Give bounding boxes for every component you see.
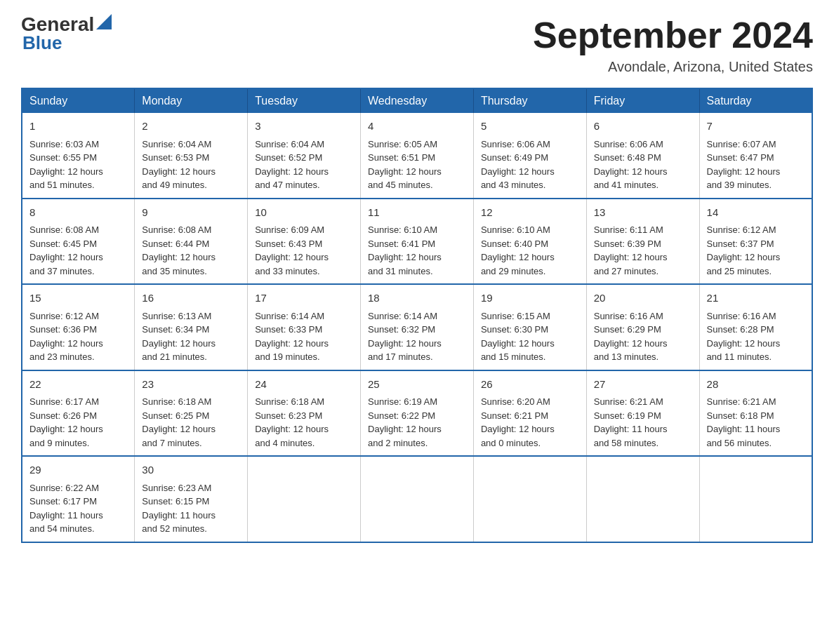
calendar-cell bbox=[361, 456, 474, 542]
day-number: 6 bbox=[594, 119, 692, 135]
day-number: 27 bbox=[594, 377, 692, 393]
day-number: 10 bbox=[255, 205, 353, 221]
calendar-week-row: 15 Sunrise: 6:12 AM Sunset: 6:36 PM Dayl… bbox=[22, 284, 812, 370]
calendar-cell: 11 Sunrise: 6:10 AM Sunset: 6:41 PM Dayl… bbox=[361, 199, 474, 285]
day-header-monday: Monday bbox=[135, 88, 248, 113]
day-header-tuesday: Tuesday bbox=[248, 88, 361, 113]
day-number: 4 bbox=[368, 119, 466, 135]
location: Avondale, Arizona, United States bbox=[533, 59, 813, 75]
day-number: 7 bbox=[707, 119, 805, 135]
calendar-cell: 26 Sunrise: 6:20 AM Sunset: 6:21 PM Dayl… bbox=[473, 370, 586, 457]
month-title: September 2024 bbox=[533, 14, 813, 56]
calendar-cell bbox=[248, 456, 361, 542]
day-number: 30 bbox=[142, 462, 240, 478]
day-number: 3 bbox=[255, 119, 353, 135]
calendar-cell: 4 Sunrise: 6:05 AM Sunset: 6:51 PM Dayli… bbox=[361, 113, 474, 199]
calendar-cell bbox=[699, 456, 812, 542]
day-number: 29 bbox=[29, 462, 127, 478]
day-number: 26 bbox=[481, 377, 579, 393]
calendar-cell: 24 Sunrise: 6:18 AM Sunset: 6:23 PM Dayl… bbox=[248, 370, 361, 457]
calendar-cell: 30 Sunrise: 6:23 AM Sunset: 6:15 PM Dayl… bbox=[135, 456, 248, 542]
calendar-cell: 1 Sunrise: 6:03 AM Sunset: 6:55 PM Dayli… bbox=[22, 113, 135, 199]
day-number: 9 bbox=[142, 205, 240, 221]
day-number: 28 bbox=[707, 377, 805, 393]
day-number: 25 bbox=[368, 377, 466, 393]
calendar-cell: 14 Sunrise: 6:12 AM Sunset: 6:37 PM Dayl… bbox=[699, 199, 812, 285]
calendar-cell: 25 Sunrise: 6:19 AM Sunset: 6:22 PM Dayl… bbox=[361, 370, 474, 457]
calendar-cell: 12 Sunrise: 6:10 AM Sunset: 6:40 PM Dayl… bbox=[473, 199, 586, 285]
calendar-cell: 3 Sunrise: 6:04 AM Sunset: 6:52 PM Dayli… bbox=[248, 113, 361, 199]
calendar-week-row: 8 Sunrise: 6:08 AM Sunset: 6:45 PM Dayli… bbox=[22, 199, 812, 285]
day-number: 11 bbox=[368, 205, 466, 221]
day-number: 2 bbox=[142, 119, 240, 135]
day-number: 22 bbox=[29, 377, 127, 393]
day-number: 8 bbox=[29, 205, 127, 221]
day-number: 19 bbox=[481, 290, 579, 307]
calendar-cell: 21 Sunrise: 6:16 AM Sunset: 6:28 PM Dayl… bbox=[699, 284, 812, 370]
calendar-cell: 15 Sunrise: 6:12 AM Sunset: 6:36 PM Dayl… bbox=[22, 284, 135, 370]
logo: General Blue bbox=[21, 14, 112, 53]
calendar-cell: 17 Sunrise: 6:14 AM Sunset: 6:33 PM Dayl… bbox=[248, 284, 361, 370]
calendar-cell: 29 Sunrise: 6:22 AM Sunset: 6:17 PM Dayl… bbox=[22, 456, 135, 542]
day-number: 13 bbox=[594, 205, 692, 221]
calendar-table: SundayMondayTuesdayWednesdayThursdayFrid… bbox=[21, 88, 813, 543]
day-number: 21 bbox=[707, 290, 805, 307]
day-number: 17 bbox=[255, 290, 353, 307]
day-header-sunday: Sunday bbox=[22, 88, 135, 113]
day-number: 16 bbox=[142, 290, 240, 307]
day-number: 20 bbox=[594, 290, 692, 307]
day-number: 1 bbox=[29, 119, 127, 135]
day-header-thursday: Thursday bbox=[473, 88, 586, 113]
day-number: 23 bbox=[142, 377, 240, 393]
calendar-cell bbox=[586, 456, 699, 542]
day-header-friday: Friday bbox=[586, 88, 699, 113]
calendar-cell: 22 Sunrise: 6:17 AM Sunset: 6:26 PM Dayl… bbox=[22, 370, 135, 457]
calendar-cell: 19 Sunrise: 6:15 AM Sunset: 6:30 PM Dayl… bbox=[473, 284, 586, 370]
day-number: 5 bbox=[481, 119, 579, 135]
calendar-cell: 28 Sunrise: 6:21 AM Sunset: 6:18 PM Dayl… bbox=[699, 370, 812, 457]
calendar-cell: 23 Sunrise: 6:18 AM Sunset: 6:25 PM Dayl… bbox=[135, 370, 248, 457]
day-number: 12 bbox=[481, 205, 579, 221]
day-number: 14 bbox=[707, 205, 805, 221]
page-header: General Blue September 2024 Avondale, Ar… bbox=[21, 14, 813, 75]
calendar-cell: 10 Sunrise: 6:09 AM Sunset: 6:43 PM Dayl… bbox=[248, 199, 361, 285]
logo-text-blue: Blue bbox=[22, 33, 62, 53]
day-number: 18 bbox=[368, 290, 466, 307]
calendar-cell: 27 Sunrise: 6:21 AM Sunset: 6:19 PM Dayl… bbox=[586, 370, 699, 457]
calendar-week-row: 29 Sunrise: 6:22 AM Sunset: 6:17 PM Dayl… bbox=[22, 456, 812, 542]
calendar-cell: 5 Sunrise: 6:06 AM Sunset: 6:49 PM Dayli… bbox=[473, 113, 586, 199]
title-section: September 2024 Avondale, Arizona, United… bbox=[533, 14, 813, 75]
calendar-cell: 8 Sunrise: 6:08 AM Sunset: 6:45 PM Dayli… bbox=[22, 199, 135, 285]
calendar-cell: 20 Sunrise: 6:16 AM Sunset: 6:29 PM Dayl… bbox=[586, 284, 699, 370]
calendar-cell: 7 Sunrise: 6:07 AM Sunset: 6:47 PM Dayli… bbox=[699, 113, 812, 199]
svg-marker-0 bbox=[96, 14, 112, 29]
day-number: 15 bbox=[29, 290, 127, 307]
calendar-cell: 18 Sunrise: 6:14 AM Sunset: 6:32 PM Dayl… bbox=[361, 284, 474, 370]
logo-triangle-icon bbox=[96, 14, 112, 29]
day-header-wednesday: Wednesday bbox=[361, 88, 474, 113]
day-number: 24 bbox=[255, 377, 353, 393]
calendar-week-row: 22 Sunrise: 6:17 AM Sunset: 6:26 PM Dayl… bbox=[22, 370, 812, 457]
calendar-cell: 16 Sunrise: 6:13 AM Sunset: 6:34 PM Dayl… bbox=[135, 284, 248, 370]
calendar-cell: 9 Sunrise: 6:08 AM Sunset: 6:44 PM Dayli… bbox=[135, 199, 248, 285]
calendar-week-row: 1 Sunrise: 6:03 AM Sunset: 6:55 PM Dayli… bbox=[22, 113, 812, 199]
calendar-header-row: SundayMondayTuesdayWednesdayThursdayFrid… bbox=[22, 88, 812, 113]
calendar-cell: 13 Sunrise: 6:11 AM Sunset: 6:39 PM Dayl… bbox=[586, 199, 699, 285]
day-header-saturday: Saturday bbox=[699, 88, 812, 113]
calendar-cell: 2 Sunrise: 6:04 AM Sunset: 6:53 PM Dayli… bbox=[135, 113, 248, 199]
calendar-cell bbox=[473, 456, 586, 542]
calendar-cell: 6 Sunrise: 6:06 AM Sunset: 6:48 PM Dayli… bbox=[586, 113, 699, 199]
